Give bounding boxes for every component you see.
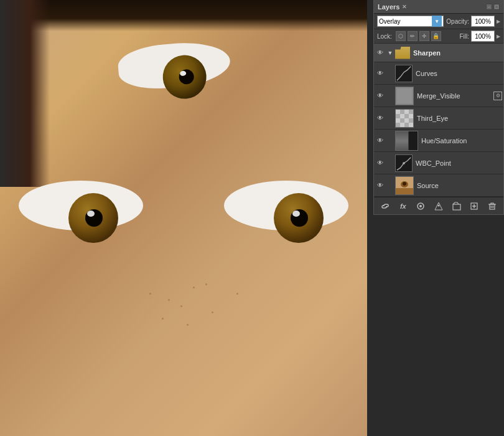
blend-mode-row: Overlay ▼ Opacity: 100% ▶: [374, 14, 503, 29]
layer-name-sharpen: Sharpen: [411, 49, 502, 57]
adjustment-icon: [434, 202, 443, 211]
left-eye-highlight: [87, 211, 95, 217]
freckle: [187, 324, 189, 326]
canvas-area: Layers ✕ – ▢ Overlay ▼ Opacity: 100% ▶: [0, 0, 504, 436]
lock-transparent-btn[interactable]: ⬡: [396, 31, 406, 41]
panel-close-x: ✕: [402, 4, 407, 10]
fx-btn[interactable]: fx: [396, 200, 410, 212]
layer-row-huesat[interactable]: 👁 Hue/Saturation: [374, 130, 503, 152]
blend-mode-select[interactable]: Overlay ▼: [377, 16, 444, 27]
panel-expand-btn[interactable]: ▢: [493, 4, 500, 10]
group-btn[interactable]: [450, 200, 464, 212]
opacity-row: Opacity: 100% ▶: [446, 16, 500, 27]
panel-title: Layers: [378, 3, 399, 11]
svg-rect-7: [409, 110, 413, 114]
eye-icon-huesat: 👁: [377, 137, 383, 144]
link-btn[interactable]: [378, 200, 392, 212]
freckle: [212, 311, 213, 313]
fill-value: 100%: [475, 33, 491, 40]
visibility-btn-huesat[interactable]: 👁: [375, 136, 385, 146]
layer-name-wbc: WBC_Point: [414, 159, 502, 167]
source-svg: [396, 177, 413, 194]
group-icon: [452, 202, 461, 211]
svg-rect-11: [409, 114, 413, 118]
lower-eyes-area: [0, 137, 367, 311]
visibility-btn-sharpen[interactable]: 👁: [375, 48, 385, 58]
svg-rect-12: [396, 118, 400, 123]
svg-point-21: [403, 162, 405, 164]
freckle: [193, 287, 195, 288]
svg-rect-6: [404, 110, 409, 114]
huesat-thumb-left: [396, 131, 408, 150]
layer-extra-icon-merge: ⚙: [493, 92, 502, 100]
lock-icons: ⬡ ✏ ✛ 🔒: [396, 31, 441, 41]
layer-row-wbc[interactable]: 👁 WBC_Point: [374, 152, 503, 174]
expand-btn-sharpen[interactable]: ▼: [386, 49, 394, 57]
fill-input[interactable]: 100%: [471, 31, 495, 42]
eye-icon-curves: 👁: [377, 70, 383, 77]
layer-row-merge[interactable]: 👁 Merge_Visible ⚙: [374, 85, 503, 107]
svg-rect-5: [400, 110, 404, 114]
freckle: [162, 318, 164, 320]
panel-bottom-toolbar: fx: [374, 197, 503, 214]
fill-area: Fill: 100% ▶: [459, 31, 500, 42]
opacity-arrow[interactable]: ▶: [497, 19, 500, 24]
lock-row: Lock: ⬡ ✏ ✛ 🔒 Fill: 100% ▶: [374, 29, 503, 44]
layer-row-third-eye[interactable]: 👁: [374, 107, 503, 130]
upper-eye-white: [116, 39, 231, 92]
opacity-input[interactable]: 100%: [471, 16, 495, 27]
adjustment-btn[interactable]: [432, 200, 446, 212]
svg-rect-2: [397, 88, 412, 103]
svg-point-29: [437, 204, 439, 206]
svg-rect-8: [396, 114, 400, 118]
thumb-huesat: [395, 131, 418, 151]
layer-row-sharpen[interactable]: 👁 ▼ Sharpen: [374, 44, 503, 62]
folder-icon-sharpen: [395, 47, 410, 59]
panel-header: Layers ✕ – ▢: [374, 0, 503, 14]
thumb-curves: [395, 65, 413, 82]
add-mask-btn[interactable]: [414, 200, 427, 212]
blend-mode-arrow[interactable]: ▼: [432, 16, 442, 27]
thumb-merge: [395, 87, 414, 105]
delete-layer-btn[interactable]: [485, 200, 499, 212]
svg-rect-25: [396, 188, 413, 194]
svg-rect-19: [409, 123, 413, 127]
visibility-btn-merge[interactable]: 👁: [375, 91, 385, 101]
panel-title-area: Layers ✕: [378, 3, 407, 11]
thumb-source: [395, 176, 414, 195]
freckle: [236, 293, 238, 295]
opacity-value: 100%: [475, 18, 491, 25]
right-eye-iris: [274, 193, 324, 243]
lock-paint-btn[interactable]: ✏: [408, 31, 418, 41]
opacity-label: Opacity:: [446, 18, 469, 25]
svg-rect-9: [400, 114, 404, 118]
thumb-third-eye: [395, 109, 414, 128]
upper-eye-iris: [161, 54, 208, 101]
layer-row-source[interactable]: 👁 Source: [374, 174, 503, 197]
layer-row-curves[interactable]: 👁 Curves: [374, 62, 503, 85]
lock-all-btn[interactable]: 🔒: [431, 31, 441, 41]
mask-icon: [416, 202, 425, 211]
visibility-btn-curves[interactable]: 👁: [375, 69, 385, 78]
visibility-btn-wbc[interactable]: 👁: [375, 158, 385, 168]
svg-rect-16: [396, 123, 400, 127]
fill-label: Fill:: [459, 33, 469, 40]
svg-point-27: [419, 205, 422, 207]
panel-minimize-btn[interactable]: –: [486, 4, 492, 10]
svg-rect-18: [404, 123, 409, 127]
new-layer-btn[interactable]: [467, 200, 481, 212]
freckle: [149, 293, 151, 295]
layer-name-curves: Curves: [414, 70, 502, 77]
panel-window-controls[interactable]: – ▢: [486, 4, 500, 10]
new-layer-icon: [470, 202, 478, 211]
visibility-btn-source[interactable]: 👁: [375, 181, 385, 191]
fill-arrow[interactable]: ▶: [497, 34, 500, 39]
thumb-wbc: [395, 154, 413, 172]
visibility-btn-third-eye[interactable]: 👁: [375, 113, 385, 123]
lock-move-btn[interactable]: ✛: [419, 31, 429, 41]
blend-mode-label: Overlay: [379, 18, 400, 25]
svg-rect-17: [400, 123, 404, 127]
right-eye-white: [224, 181, 348, 230]
svg-point-24: [403, 182, 406, 186]
upper-eye: [112, 25, 236, 100]
